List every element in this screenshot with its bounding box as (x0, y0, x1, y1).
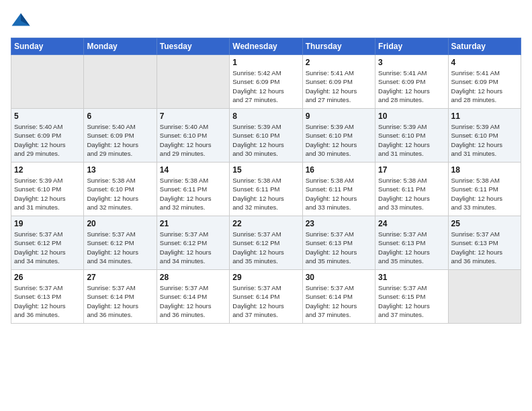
day-info: Sunrise: 5:40 AMSunset: 6:09 PMDaylight:… (87, 122, 153, 158)
weekday-header-tuesday: Tuesday (157, 38, 229, 55)
day-number: 14 (160, 165, 226, 175)
day-info: Sunrise: 5:37 AMSunset: 6:13 PMDaylight:… (306, 230, 372, 265)
weekday-header-sunday: Sunday (11, 38, 84, 55)
weekday-header-thursday: Thursday (302, 38, 375, 55)
day-info: Sunrise: 5:37 AMSunset: 6:14 PMDaylight:… (306, 283, 372, 319)
calendar-cell (157, 55, 229, 109)
calendar-cell: 9Sunrise: 5:39 AMSunset: 6:10 PMDaylight… (302, 109, 375, 163)
logo-icon (11, 11, 31, 31)
day-info: Sunrise: 5:41 AMSunset: 6:09 PMDaylight:… (451, 68, 518, 104)
day-info: Sunrise: 5:39 AMSunset: 6:10 PMDaylight:… (378, 122, 445, 158)
day-number: 7 (160, 111, 226, 121)
calendar-cell: 21Sunrise: 5:37 AMSunset: 6:12 PMDayligh… (157, 216, 229, 270)
day-info: Sunrise: 5:37 AMSunset: 6:12 PMDaylight:… (87, 230, 153, 265)
day-info: Sunrise: 5:39 AMSunset: 6:10 PMDaylight:… (306, 122, 372, 158)
calendar-cell: 3Sunrise: 5:41 AMSunset: 6:09 PMDaylight… (375, 55, 448, 109)
day-number: 24 (378, 219, 445, 228)
day-number: 25 (451, 219, 518, 228)
calendar-cell: 18Sunrise: 5:38 AMSunset: 6:11 PMDayligh… (448, 163, 521, 216)
calendar-cell: 22Sunrise: 5:37 AMSunset: 6:12 PMDayligh… (230, 216, 302, 270)
page-header (11, 11, 521, 31)
day-info: Sunrise: 5:39 AMSunset: 6:10 PMDaylight:… (451, 122, 518, 158)
calendar-cell: 12Sunrise: 5:39 AMSunset: 6:10 PMDayligh… (11, 163, 84, 216)
day-number: 22 (232, 219, 299, 228)
calendar-cell: 20Sunrise: 5:37 AMSunset: 6:12 PMDayligh… (84, 216, 157, 270)
day-number: 6 (87, 111, 153, 121)
day-info: Sunrise: 5:37 AMSunset: 6:13 PMDaylight:… (378, 230, 445, 265)
calendar-cell: 10Sunrise: 5:39 AMSunset: 6:10 PMDayligh… (375, 109, 448, 163)
day-info: Sunrise: 5:37 AMSunset: 6:14 PMDaylight:… (160, 283, 226, 319)
day-number: 29 (232, 273, 299, 282)
day-info: Sunrise: 5:40 AMSunset: 6:09 PMDaylight:… (14, 122, 81, 158)
day-number: 30 (306, 273, 372, 282)
day-number: 20 (87, 219, 153, 228)
calendar-cell: 23Sunrise: 5:37 AMSunset: 6:13 PMDayligh… (302, 216, 375, 270)
day-number: 27 (87, 273, 153, 282)
calendar-cell (84, 55, 157, 109)
calendar-cell: 17Sunrise: 5:38 AMSunset: 6:11 PMDayligh… (375, 163, 448, 216)
day-number: 12 (14, 165, 81, 175)
day-info: Sunrise: 5:37 AMSunset: 6:13 PMDaylight:… (14, 283, 81, 319)
calendar-table: SundayMondayTuesdayWednesdayThursdayFrid… (11, 38, 521, 324)
day-info: Sunrise: 5:37 AMSunset: 6:13 PMDaylight:… (451, 230, 518, 265)
day-info: Sunrise: 5:42 AMSunset: 6:09 PMDaylight:… (232, 68, 299, 104)
day-info: Sunrise: 5:38 AMSunset: 6:11 PMDaylight:… (451, 176, 518, 212)
day-info: Sunrise: 5:39 AMSunset: 6:10 PMDaylight:… (232, 122, 299, 158)
calendar-cell: 16Sunrise: 5:38 AMSunset: 6:11 PMDayligh… (302, 163, 375, 216)
day-number: 26 (14, 273, 81, 282)
day-info: Sunrise: 5:41 AMSunset: 6:09 PMDaylight:… (378, 68, 445, 104)
day-number: 19 (14, 219, 81, 228)
day-info: Sunrise: 5:38 AMSunset: 6:11 PMDaylight:… (378, 176, 445, 212)
day-info: Sunrise: 5:37 AMSunset: 6:12 PMDaylight:… (14, 230, 81, 265)
calendar-cell: 11Sunrise: 5:39 AMSunset: 6:10 PMDayligh… (448, 109, 521, 163)
day-info: Sunrise: 5:37 AMSunset: 6:15 PMDaylight:… (378, 283, 445, 319)
day-info: Sunrise: 5:38 AMSunset: 6:10 PMDaylight:… (87, 176, 153, 212)
calendar-cell: 27Sunrise: 5:37 AMSunset: 6:14 PMDayligh… (84, 270, 157, 324)
day-info: Sunrise: 5:37 AMSunset: 6:12 PMDaylight:… (232, 230, 299, 265)
calendar-cell: 8Sunrise: 5:39 AMSunset: 6:10 PMDaylight… (230, 109, 302, 163)
calendar-cell: 25Sunrise: 5:37 AMSunset: 6:13 PMDayligh… (448, 216, 521, 270)
day-info: Sunrise: 5:37 AMSunset: 6:14 PMDaylight:… (232, 283, 299, 319)
weekday-header-monday: Monday (84, 38, 157, 55)
calendar-cell: 24Sunrise: 5:37 AMSunset: 6:13 PMDayligh… (375, 216, 448, 270)
day-info: Sunrise: 5:40 AMSunset: 6:10 PMDaylight:… (160, 122, 226, 158)
day-number: 17 (378, 165, 445, 175)
day-number: 15 (232, 165, 299, 175)
weekday-header-wednesday: Wednesday (230, 38, 302, 55)
calendar-cell (11, 55, 84, 109)
day-number: 23 (306, 219, 372, 228)
day-info: Sunrise: 5:38 AMSunset: 6:11 PMDaylight:… (160, 176, 226, 212)
day-info: Sunrise: 5:38 AMSunset: 6:11 PMDaylight:… (232, 176, 299, 212)
calendar-cell: 4Sunrise: 5:41 AMSunset: 6:09 PMDaylight… (448, 55, 521, 109)
day-number: 11 (451, 111, 518, 121)
calendar-cell: 14Sunrise: 5:38 AMSunset: 6:11 PMDayligh… (157, 163, 229, 216)
day-number: 9 (306, 111, 372, 121)
day-number: 8 (232, 111, 299, 121)
calendar-cell: 28Sunrise: 5:37 AMSunset: 6:14 PMDayligh… (157, 270, 229, 324)
calendar-cell: 15Sunrise: 5:38 AMSunset: 6:11 PMDayligh… (230, 163, 302, 216)
day-number: 1 (232, 58, 299, 67)
calendar-cell: 19Sunrise: 5:37 AMSunset: 6:12 PMDayligh… (11, 216, 84, 270)
logo (11, 11, 34, 31)
calendar-cell: 1Sunrise: 5:42 AMSunset: 6:09 PMDaylight… (230, 55, 302, 109)
calendar-cell: 2Sunrise: 5:41 AMSunset: 6:09 PMDaylight… (302, 55, 375, 109)
calendar-cell: 31Sunrise: 5:37 AMSunset: 6:15 PMDayligh… (375, 270, 448, 324)
calendar-cell: 5Sunrise: 5:40 AMSunset: 6:09 PMDaylight… (11, 109, 84, 163)
day-info: Sunrise: 5:39 AMSunset: 6:10 PMDaylight:… (14, 176, 81, 212)
day-number: 5 (14, 111, 81, 121)
day-number: 21 (160, 219, 226, 228)
day-number: 4 (451, 58, 518, 67)
day-number: 31 (378, 273, 445, 282)
calendar-cell (448, 270, 521, 324)
day-number: 10 (378, 111, 445, 121)
calendar-cell: 26Sunrise: 5:37 AMSunset: 6:13 PMDayligh… (11, 270, 84, 324)
day-info: Sunrise: 5:38 AMSunset: 6:11 PMDaylight:… (306, 176, 372, 212)
day-number: 13 (87, 165, 153, 175)
day-number: 2 (306, 58, 372, 67)
calendar-cell: 7Sunrise: 5:40 AMSunset: 6:10 PMDaylight… (157, 109, 229, 163)
day-info: Sunrise: 5:37 AMSunset: 6:12 PMDaylight:… (160, 230, 226, 265)
weekday-header-friday: Friday (375, 38, 448, 55)
calendar-cell: 6Sunrise: 5:40 AMSunset: 6:09 PMDaylight… (84, 109, 157, 163)
calendar-cell: 29Sunrise: 5:37 AMSunset: 6:14 PMDayligh… (230, 270, 302, 324)
day-number: 16 (306, 165, 372, 175)
